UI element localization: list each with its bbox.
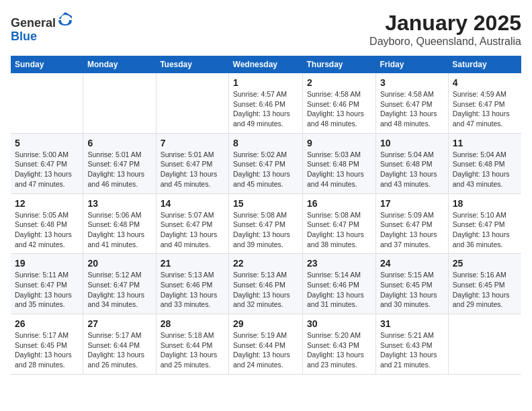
calendar-cell: 10Sunrise: 5:04 AM Sunset: 6:48 PM Dayli… — [375, 133, 448, 193]
column-header-thursday: Thursday — [303, 56, 376, 73]
column-header-wednesday: Wednesday — [229, 56, 303, 73]
day-number: 11 — [453, 138, 517, 148]
calendar-cell: 16Sunrise: 5:08 AM Sunset: 6:47 PM Dayli… — [303, 193, 376, 254]
calendar-cell: 15Sunrise: 5:08 AM Sunset: 6:47 PM Dayli… — [229, 193, 303, 254]
calendar-cell: 29Sunrise: 5:19 AM Sunset: 6:44 PM Dayli… — [229, 314, 303, 375]
day-number: 29 — [233, 318, 298, 329]
day-number: 9 — [307, 138, 371, 148]
calendar-cell: 5Sunrise: 5:00 AM Sunset: 6:47 PM Daylig… — [11, 133, 83, 193]
day-number: 31 — [380, 318, 444, 329]
page-header: General Blue January 2025 Dayboro, Queen… — [11, 11, 521, 48]
day-number: 2 — [307, 77, 371, 88]
week-row-2: 5Sunrise: 5:00 AM Sunset: 6:47 PM Daylig… — [11, 133, 521, 193]
week-row-3: 12Sunrise: 5:05 AM Sunset: 6:48 PM Dayli… — [11, 193, 521, 254]
day-number: 4 — [453, 77, 517, 88]
day-info: Sunrise: 5:08 AM Sunset: 6:47 PM Dayligh… — [233, 210, 298, 250]
day-info: Sunrise: 5:12 AM Sunset: 6:47 PM Dayligh… — [87, 270, 151, 310]
day-number: 16 — [307, 198, 371, 209]
column-header-friday: Friday — [375, 56, 448, 73]
week-row-5: 26Sunrise: 5:17 AM Sunset: 6:45 PM Dayli… — [11, 314, 521, 375]
calendar-cell: 18Sunrise: 5:10 AM Sunset: 6:47 PM Dayli… — [448, 193, 521, 254]
day-info: Sunrise: 5:01 AM Sunset: 6:47 PM Dayligh… — [87, 150, 151, 189]
day-info: Sunrise: 5:00 AM Sunset: 6:47 PM Dayligh… — [15, 150, 79, 189]
day-info: Sunrise: 5:10 AM Sunset: 6:47 PM Dayligh… — [453, 210, 517, 250]
day-number: 14 — [161, 198, 224, 209]
day-info: Sunrise: 5:03 AM Sunset: 6:48 PM Dayligh… — [307, 150, 371, 189]
day-info: Sunrise: 5:16 AM Sunset: 6:45 PM Dayligh… — [453, 270, 517, 310]
calendar-cell: 24Sunrise: 5:15 AM Sunset: 6:45 PM Dayli… — [375, 254, 448, 314]
day-info: Sunrise: 4:58 AM Sunset: 6:46 PM Dayligh… — [307, 89, 371, 129]
day-number: 25 — [453, 258, 517, 269]
day-number: 6 — [87, 138, 151, 148]
day-info: Sunrise: 5:17 AM Sunset: 6:44 PM Dayligh… — [87, 330, 151, 370]
week-row-1: 1Sunrise: 4:57 AM Sunset: 6:46 PM Daylig… — [11, 73, 521, 133]
calendar-cell: 2Sunrise: 4:58 AM Sunset: 6:46 PM Daylig… — [303, 73, 376, 133]
calendar-cell: 23Sunrise: 5:14 AM Sunset: 6:46 PM Dayli… — [303, 254, 376, 314]
day-number: 21 — [161, 258, 224, 269]
column-header-sunday: Sunday — [11, 56, 83, 73]
day-info: Sunrise: 5:05 AM Sunset: 6:48 PM Dayligh… — [15, 210, 79, 250]
day-number: 3 — [380, 77, 444, 88]
day-number: 5 — [15, 138, 79, 148]
calendar-cell: 27Sunrise: 5:17 AM Sunset: 6:44 PM Dayli… — [83, 314, 156, 375]
calendar-cell: 25Sunrise: 5:16 AM Sunset: 6:45 PM Dayli… — [448, 254, 521, 314]
calendar-cell: 13Sunrise: 5:06 AM Sunset: 6:48 PM Dayli… — [83, 193, 156, 254]
logo-general: General — [11, 16, 56, 30]
day-info: Sunrise: 5:11 AM Sunset: 6:47 PM Dayligh… — [15, 270, 79, 310]
day-info: Sunrise: 5:01 AM Sunset: 6:47 PM Dayligh… — [161, 150, 224, 189]
calendar-cell: 6Sunrise: 5:01 AM Sunset: 6:47 PM Daylig… — [83, 133, 156, 193]
day-info: Sunrise: 5:15 AM Sunset: 6:45 PM Dayligh… — [380, 270, 444, 310]
calendar-body: 1Sunrise: 4:57 AM Sunset: 6:46 PM Daylig… — [11, 73, 521, 374]
title-block: January 2025 Dayboro, Queensland, Austra… — [369, 11, 521, 48]
calendar-header-row: SundayMondayTuesdayWednesdayThursdayFrid… — [11, 56, 521, 73]
day-info: Sunrise: 4:58 AM Sunset: 6:47 PM Dayligh… — [380, 89, 444, 129]
calendar-table: SundayMondayTuesdayWednesdayThursdayFrid… — [11, 56, 521, 375]
column-header-monday: Monday — [83, 56, 156, 73]
day-number: 7 — [161, 138, 224, 148]
calendar-cell — [448, 314, 521, 375]
calendar-cell: 8Sunrise: 5:02 AM Sunset: 6:47 PM Daylig… — [229, 133, 303, 193]
day-number: 17 — [380, 198, 444, 209]
calendar-cell: 19Sunrise: 5:11 AM Sunset: 6:47 PM Dayli… — [11, 254, 83, 314]
calendar-cell: 22Sunrise: 5:13 AM Sunset: 6:46 PM Dayli… — [229, 254, 303, 314]
day-info: Sunrise: 5:06 AM Sunset: 6:48 PM Dayligh… — [87, 210, 151, 250]
day-number: 23 — [307, 258, 371, 269]
calendar-cell: 30Sunrise: 5:20 AM Sunset: 6:43 PM Dayli… — [303, 314, 376, 375]
day-number: 15 — [233, 198, 298, 209]
day-number: 13 — [87, 198, 151, 209]
day-number: 8 — [233, 138, 298, 148]
calendar-cell — [11, 73, 83, 133]
day-info: Sunrise: 5:17 AM Sunset: 6:45 PM Dayligh… — [15, 330, 79, 370]
calendar-cell: 14Sunrise: 5:07 AM Sunset: 6:47 PM Dayli… — [156, 193, 228, 254]
day-number: 12 — [15, 198, 79, 209]
logo: General Blue — [11, 11, 73, 44]
calendar-cell: 12Sunrise: 5:05 AM Sunset: 6:48 PM Dayli… — [11, 193, 83, 254]
day-number: 20 — [87, 258, 151, 269]
day-number: 18 — [453, 198, 517, 209]
calendar-subtitle: Dayboro, Queensland, Australia — [369, 36, 521, 48]
day-number: 24 — [380, 258, 444, 269]
day-info: Sunrise: 4:57 AM Sunset: 6:46 PM Dayligh… — [233, 89, 298, 129]
calendar-cell: 1Sunrise: 4:57 AM Sunset: 6:46 PM Daylig… — [229, 73, 303, 133]
day-info: Sunrise: 5:08 AM Sunset: 6:47 PM Dayligh… — [307, 210, 371, 250]
day-number: 28 — [161, 318, 224, 329]
day-info: Sunrise: 5:04 AM Sunset: 6:48 PM Dayligh… — [453, 150, 517, 189]
calendar-cell: 20Sunrise: 5:12 AM Sunset: 6:47 PM Dayli… — [83, 254, 156, 314]
day-number: 19 — [15, 258, 79, 269]
day-number: 1 — [233, 77, 298, 88]
week-row-4: 19Sunrise: 5:11 AM Sunset: 6:47 PM Dayli… — [11, 254, 521, 314]
calendar-cell: 17Sunrise: 5:09 AM Sunset: 6:47 PM Dayli… — [375, 193, 448, 254]
column-header-saturday: Saturday — [448, 56, 521, 73]
calendar-cell: 28Sunrise: 5:18 AM Sunset: 6:44 PM Dayli… — [156, 314, 228, 375]
day-info: Sunrise: 4:59 AM Sunset: 6:47 PM Dayligh… — [453, 89, 517, 129]
logo-blue: Blue — [11, 30, 37, 43]
calendar-title: January 2025 — [369, 11, 521, 36]
day-info: Sunrise: 5:02 AM Sunset: 6:47 PM Dayligh… — [233, 150, 298, 189]
day-number: 10 — [380, 138, 444, 148]
day-info: Sunrise: 5:14 AM Sunset: 6:46 PM Dayligh… — [307, 270, 371, 310]
calendar-cell: 26Sunrise: 5:17 AM Sunset: 6:45 PM Dayli… — [11, 314, 83, 375]
day-info: Sunrise: 5:07 AM Sunset: 6:47 PM Dayligh… — [161, 210, 224, 250]
calendar-cell: 7Sunrise: 5:01 AM Sunset: 6:47 PM Daylig… — [156, 133, 228, 193]
calendar-cell: 3Sunrise: 4:58 AM Sunset: 6:47 PM Daylig… — [375, 73, 448, 133]
day-info: Sunrise: 5:19 AM Sunset: 6:44 PM Dayligh… — [233, 330, 298, 370]
